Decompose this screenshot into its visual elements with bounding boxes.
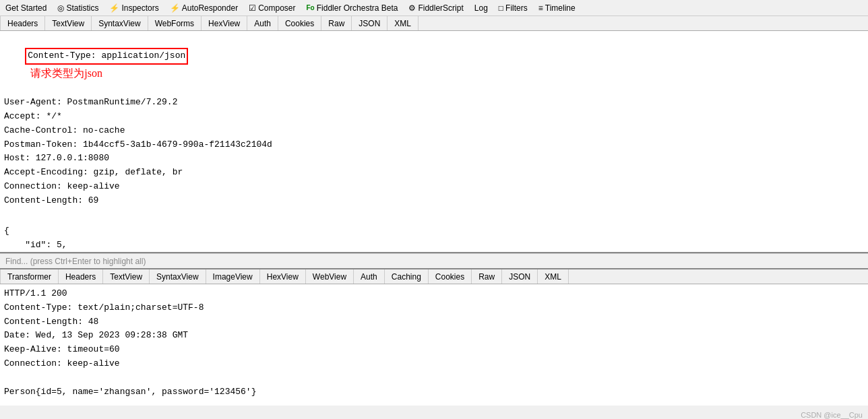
timeline-label: Timeline <box>545 3 576 13</box>
response-wrapper: HTTP/1.1 200 Content-Type: text/plain;ch… <box>0 284 868 419</box>
fiddlerscript-icon: ⚙ <box>408 3 416 13</box>
request-line-content-type: Content-Type: application/json 请求类型为json <box>4 34 864 96</box>
request-tab-bar: Headers TextView SyntaxView WebForms Hex… <box>0 16 868 31</box>
tab-request-textview[interactable]: TextView <box>45 16 92 30</box>
filters-label: Filters <box>505 3 528 13</box>
nav-fiddlerscript[interactable]: ⚙ FiddlerScript <box>403 2 468 14</box>
tab-request-syntaxview[interactable]: SyntaxView <box>92 16 148 30</box>
nav-log[interactable]: Log <box>469 2 493 14</box>
inspectors-icon: ⚡ <box>109 3 119 13</box>
autoresponder-icon: ⚡ <box>170 3 180 13</box>
request-content-area: Content-Type: application/json 请求类型为json… <box>0 31 868 253</box>
inspectors-label: Inspectors <box>121 3 158 13</box>
response-line-content-type: Content-Type: text/plain;charset=UTF-8 <box>4 301 864 315</box>
tab-request-hexview[interactable]: HexView <box>202 16 247 30</box>
tab-request-cookies[interactable]: Cookies <box>278 16 321 30</box>
annotation-text: 请求类型为json <box>25 67 102 79</box>
tab-response-cookies[interactable]: Cookies <box>429 269 472 284</box>
find-bar[interactable]: Find... (press Ctrl+Enter to highlight a… <box>0 253 868 269</box>
response-body: Person{id=5, name='zhangsan', password='… <box>4 385 864 399</box>
nav-composer[interactable]: ☑ Composer <box>243 2 301 14</box>
nav-statistics[interactable]: ◎ Statistics <box>52 2 104 14</box>
response-blank-line <box>4 371 864 385</box>
request-line-accept: Accept: */* <box>4 110 864 124</box>
composer-label: Composer <box>258 3 295 13</box>
statistics-label: Statistics <box>66 3 98 13</box>
composer-icon: ☑ <box>249 3 256 13</box>
response-line-content-length: Content-Length: 48 <box>4 315 864 329</box>
tab-response-webview[interactable]: WebView <box>306 269 354 284</box>
request-line-connection: Connection: keep-alive <box>4 180 864 194</box>
tab-response-textview[interactable]: TextView <box>103 269 150 284</box>
request-json-body: { "id": 5, "name": "zhangsan", "password… <box>4 224 864 253</box>
tab-request-xml[interactable]: XML <box>388 16 418 30</box>
response-line-status: HTTP/1.1 200 <box>4 287 864 301</box>
fiddler-orchestra-label: Fiddler Orchestra Beta <box>317 3 398 13</box>
json-open-brace: { <box>4 224 864 238</box>
statistics-icon: ◎ <box>57 3 64 13</box>
fiddler-orchestra-icon: Fo <box>307 4 315 11</box>
tab-response-transformer[interactable]: Transformer <box>0 269 59 284</box>
tab-response-xml[interactable]: XML <box>538 269 569 284</box>
tab-response-json[interactable]: JSON <box>502 269 538 284</box>
tab-response-syntaxview[interactable]: SyntaxView <box>150 269 206 284</box>
request-line-content-length: Content-Length: 69 <box>4 194 864 208</box>
response-tab-bar: Transformer Headers TextView SyntaxView … <box>0 269 868 284</box>
request-line-cache-control: Cache-Control: no-cache <box>4 124 864 138</box>
tab-response-auth[interactable]: Auth <box>354 269 385 284</box>
response-line-date: Date: Wed, 13 Sep 2023 09:28:38 GMT <box>4 329 864 343</box>
request-json-blank <box>4 208 864 222</box>
tab-response-caching[interactable]: Caching <box>385 269 429 284</box>
tab-response-imageview[interactable]: ImageView <box>206 269 260 284</box>
nav-timeline[interactable]: ≡ Timeline <box>533 2 581 14</box>
nav-get-started[interactable]: Get Started <box>0 2 52 14</box>
tab-response-headers[interactable]: Headers <box>59 269 103 284</box>
request-line-user-agent: User-Agent: PostmanRuntime/7.29.2 <box>4 96 864 110</box>
nav-filters[interactable]: □ Filters <box>493 2 533 14</box>
tab-response-hexview[interactable]: HexView <box>260 269 306 284</box>
tab-request-webforms[interactable]: WebForms <box>148 16 202 30</box>
fiddlerscript-label: FiddlerScript <box>418 3 463 13</box>
timeline-icon: ≡ <box>538 3 543 13</box>
tab-response-raw[interactable]: Raw <box>472 269 502 284</box>
tab-request-headers[interactable]: Headers <box>0 16 45 30</box>
autoresponder-label: AutoResponder <box>182 3 238 13</box>
tab-request-json[interactable]: JSON <box>352 16 388 30</box>
nav-inspectors[interactable]: ⚡ Inspectors <box>104 2 164 14</box>
nav-fiddler-orchestra[interactable]: Fo Fiddler Orchestra Beta <box>301 2 404 14</box>
json-id-field: "id": 5, <box>4 238 864 253</box>
tab-request-raw[interactable]: Raw <box>321 16 352 30</box>
tab-request-auth[interactable]: Auth <box>247 16 278 30</box>
highlighted-content-type: Content-Type: application/json <box>25 48 188 65</box>
watermark: CSDN @ice__Cpu <box>801 411 863 419</box>
response-content-area: HTTP/1.1 200 Content-Type: text/plain;ch… <box>0 284 868 406</box>
top-nav-bar: Get Started ◎ Statistics ⚡ Inspectors ⚡ … <box>0 0 868 16</box>
request-line-postman-token: Postman-Token: 1b44ccf5-3a1b-4679-990a-f… <box>4 138 864 152</box>
request-line-accept-encoding: Accept-Encoding: gzip, deflate, br <box>4 166 864 180</box>
nav-autoresponder[interactable]: ⚡ AutoResponder <box>164 2 243 14</box>
log-label: Log <box>474 3 488 13</box>
filters-icon: □ <box>499 3 503 13</box>
json-name-field: "name": "zhangsan", <box>4 253 864 253</box>
get-started-label: Get Started <box>5 3 46 13</box>
request-line-host: Host: 127.0.0.1:8080 <box>4 152 864 166</box>
response-line-connection: Connection: keep-alive <box>4 357 864 371</box>
response-line-keep-alive: Keep-Alive: timeout=60 <box>4 343 864 357</box>
find-bar-text: Find... (press Ctrl+Enter to highlight a… <box>5 257 146 266</box>
